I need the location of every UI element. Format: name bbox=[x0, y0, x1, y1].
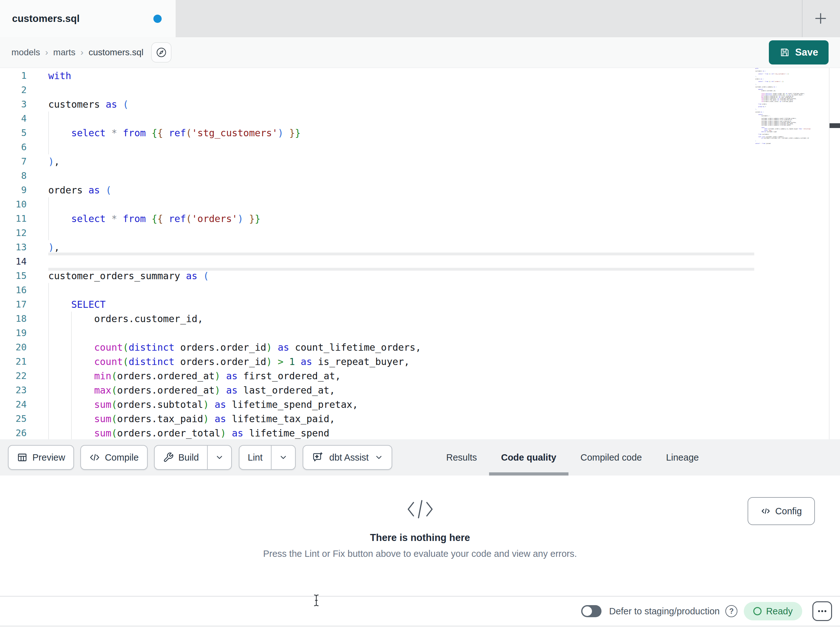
code-line[interactable]: 16 bbox=[0, 283, 840, 297]
line-number: 1 bbox=[0, 69, 27, 83]
ready-circle-icon bbox=[753, 607, 761, 615]
editor-scrollbar-thumb[interactable] bbox=[829, 123, 840, 128]
code-line[interactable]: 23 max(orders.ordered_at) as last_ordere… bbox=[0, 383, 840, 397]
code-line[interactable]: 26 sum(orders.order_total) as lifetime_s… bbox=[0, 426, 840, 439]
compass-icon bbox=[155, 46, 167, 59]
code-line-text: select * from {{ ref('stg_customers') }} bbox=[48, 126, 301, 140]
chevron-down-icon bbox=[374, 453, 383, 462]
line-number: 3 bbox=[0, 97, 27, 111]
chevron-down-icon bbox=[215, 453, 224, 462]
indent-guide bbox=[48, 197, 49, 212]
lint-button-label: Lint bbox=[248, 452, 263, 463]
code-line[interactable]: 13), bbox=[0, 240, 840, 255]
defer-toggle[interactable] bbox=[581, 605, 602, 617]
code-line[interactable]: 3customers as ( bbox=[0, 97, 840, 111]
code-line-text: sum(orders.tax_paid) as lifetime_tax_pai… bbox=[48, 412, 335, 426]
file-tab-title: customers.sql bbox=[12, 13, 80, 24]
save-button-label: Save bbox=[795, 47, 818, 58]
assist-sparkle-chat-icon bbox=[311, 451, 324, 463]
help-icon[interactable]: ? bbox=[725, 605, 737, 617]
line-number: 22 bbox=[0, 369, 27, 383]
new-tab-button[interactable] bbox=[810, 9, 831, 28]
lint-split-button[interactable]: Lint bbox=[239, 445, 296, 470]
preview-button[interactable]: Preview bbox=[8, 445, 74, 470]
code-line[interactable]: 11 select * from {{ ref('orders') }} bbox=[0, 212, 840, 226]
code-line[interactable]: 5 select * from {{ ref('stg_customers') … bbox=[0, 126, 840, 140]
overflow-menu-button[interactable] bbox=[812, 601, 832, 621]
code-line-text: select * from {{ ref('orders') }} bbox=[48, 212, 261, 226]
code-line[interactable]: 2 bbox=[0, 83, 840, 97]
lint-dropdown-toggle[interactable] bbox=[272, 446, 295, 469]
code-line[interactable]: 24 sum(orders.subtotal) as lifetime_spen… bbox=[0, 397, 840, 412]
tab-bar-divider bbox=[802, 0, 802, 37]
breadcrumb-item-current-file: customers.sql bbox=[88, 47, 144, 57]
breadcrumb-item-models[interactable]: models bbox=[11, 47, 40, 57]
line-number: 2 bbox=[0, 83, 27, 97]
line-number: 4 bbox=[0, 111, 27, 126]
chevron-down-icon bbox=[279, 453, 288, 462]
indent-guide bbox=[48, 111, 49, 126]
code-line[interactable]: 18 orders.customer_id, bbox=[0, 312, 840, 326]
minimap[interactable]: withcustomers as ( select * from {{ ref(… bbox=[755, 68, 828, 144]
code-line[interactable]: 17 SELECT bbox=[0, 297, 840, 312]
code-line-text: ), bbox=[48, 240, 60, 255]
tab-code-quality[interactable]: Code quality bbox=[489, 439, 568, 476]
code-line[interactable]: 15customer_orders_summary as ( bbox=[0, 269, 840, 283]
compile-button-label: Compile bbox=[105, 452, 139, 463]
config-button[interactable]: Config bbox=[748, 497, 815, 525]
results-panel: There is nothing here Press the Lint or … bbox=[0, 476, 840, 596]
compile-button[interactable]: Compile bbox=[81, 445, 147, 470]
line-number: 20 bbox=[0, 340, 27, 354]
code-line[interactable]: 6 bbox=[0, 140, 840, 154]
line-number: 10 bbox=[0, 197, 27, 212]
code-icon bbox=[761, 506, 771, 516]
code-line-text: sum(orders.order_total) as lifetime_spen… bbox=[48, 426, 329, 439]
code-line[interactable]: 8 bbox=[0, 169, 840, 183]
code-line[interactable]: 9orders as ( bbox=[0, 183, 840, 197]
code-line-text: SELECT bbox=[48, 297, 106, 312]
breadcrumb-item-marts[interactable]: marts bbox=[53, 47, 76, 57]
empty-state-subtitle: Press the Lint or Fix button above to ev… bbox=[0, 549, 840, 559]
code-line[interactable]: 21 count(distinct orders.order_id) > 1 a… bbox=[0, 354, 840, 369]
window-bottom-strip bbox=[0, 626, 840, 628]
dbt-assist-button-label: dbt Assist bbox=[329, 452, 369, 463]
code-line[interactable]: 19 bbox=[0, 326, 840, 340]
code-line-text: sum(orders.subtotal) as lifetime_spend_p… bbox=[48, 397, 358, 412]
code-line-text: customer_orders_summary as ( bbox=[48, 269, 209, 283]
tab-lineage[interactable]: Lineage bbox=[654, 439, 711, 476]
code-line[interactable]: 1with bbox=[0, 69, 840, 83]
build-dropdown-toggle[interactable] bbox=[208, 446, 231, 469]
dbt-assist-button[interactable]: dbt Assist bbox=[303, 445, 392, 470]
file-navigate-button[interactable] bbox=[151, 42, 172, 63]
code-line[interactable]: 20 count(distinct orders.order_id) as co… bbox=[0, 340, 840, 354]
line-number: 26 bbox=[0, 426, 27, 439]
indent-guide bbox=[48, 326, 49, 340]
plus-icon bbox=[813, 11, 828, 26]
code-line[interactable]: 14 bbox=[0, 255, 840, 269]
indent-guide bbox=[48, 140, 49, 154]
code-line-text: max(orders.ordered_at) as last_ordered_a… bbox=[48, 383, 335, 397]
code-line-text: min(orders.ordered_at) as first_ordered_… bbox=[48, 369, 341, 383]
line-number: 25 bbox=[0, 412, 27, 426]
code-line[interactable]: 7), bbox=[0, 154, 840, 169]
build-split-button[interactable]: Build bbox=[154, 445, 232, 470]
code-line-text: ), bbox=[48, 154, 60, 169]
line-number: 15 bbox=[0, 269, 27, 283]
code-editor[interactable]: 1with23customers as (45 select * from {{… bbox=[0, 68, 840, 439]
save-button[interactable]: Save bbox=[769, 40, 829, 65]
code-line[interactable]: 12 bbox=[0, 226, 840, 240]
line-number: 14 bbox=[0, 255, 27, 269]
lint-button-main[interactable]: Lint bbox=[240, 446, 271, 469]
code-line[interactable]: 25 sum(orders.tax_paid) as lifetime_tax_… bbox=[0, 412, 840, 426]
line-number: 8 bbox=[0, 169, 27, 183]
tab-results[interactable]: Results bbox=[434, 439, 489, 476]
code-line[interactable]: 22 min(orders.ordered_at) as first_order… bbox=[0, 369, 840, 383]
build-button-main[interactable]: Build bbox=[155, 446, 207, 469]
file-tab-customers-sql[interactable]: customers.sql bbox=[0, 0, 175, 37]
code-line[interactable]: 4 bbox=[0, 111, 840, 126]
preview-button-label: Preview bbox=[32, 452, 65, 463]
tab-compiled-code[interactable]: Compiled code bbox=[568, 439, 654, 476]
breadcrumb-separator: › bbox=[81, 47, 84, 57]
code-line[interactable]: 10 bbox=[0, 197, 840, 212]
status-badge: Ready bbox=[744, 602, 802, 620]
